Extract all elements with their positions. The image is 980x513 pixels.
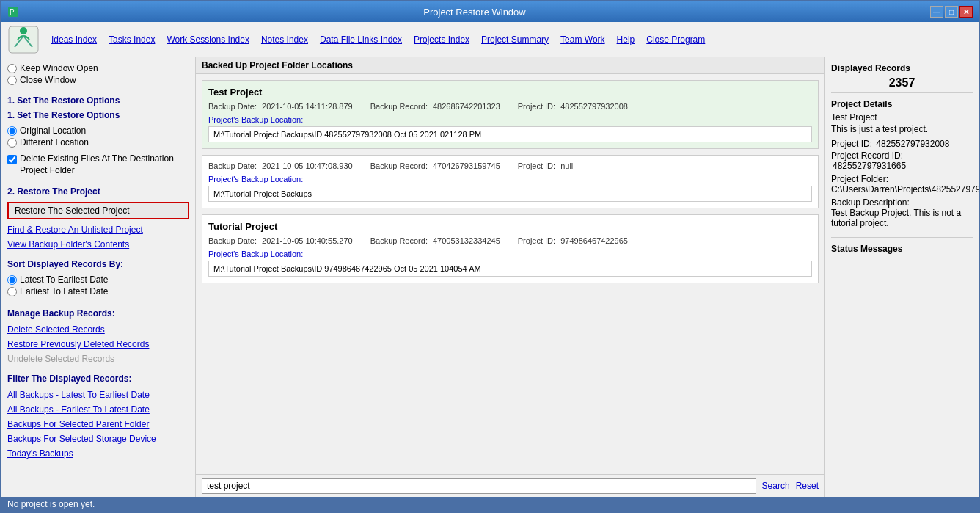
menu-ideas-index[interactable]: Ideas Index: [51, 34, 97, 45]
backup-location-label-1: Project's Backup Location:: [208, 115, 812, 124]
menu-work-sessions-index[interactable]: Work Sessions Index: [167, 34, 249, 45]
reset-button[interactable]: Reset: [796, 481, 819, 491]
backup-location-value-2: M:\Tutorial Project Backups: [208, 186, 812, 202]
left-panel: Keep Window Open Close Window 1. Set The…: [1, 57, 196, 497]
different-location-label: Different Location: [20, 137, 89, 148]
backup-record-label-1: Backup Record: 482686742201323: [370, 102, 500, 111]
sort-options: Latest To Earliest Date Earliest To Late…: [7, 274, 189, 296]
window-title: Project Restore Window: [19, 7, 930, 18]
filter-records-header: Filter The Displayed Records:: [7, 374, 189, 384]
backup-record-2-info: Backup Date: 2021-10-05 10:47:08.930 Bac…: [208, 161, 812, 170]
displayed-records-value: 2357: [831, 76, 973, 90]
close-window-label: Close Window: [20, 75, 76, 85]
center-panel: Backed Up Project Folder Locations Test …: [196, 57, 824, 497]
all-earliest-button[interactable]: All Backups - Earliest To Latest Date: [7, 404, 189, 415]
earliest-to-latest-radio[interactable]: [7, 287, 17, 296]
menu-notes-index[interactable]: Notes Index: [261, 34, 308, 45]
minimize-button[interactable]: —: [930, 6, 943, 18]
backup-desc-label: Backup Description: Test Backup Project.…: [831, 197, 973, 228]
backup-record-1[interactable]: Test Project Backup Date: 2021-10-05 14:…: [202, 80, 819, 149]
svg-point-3: [20, 27, 27, 34]
displayed-records-header: Displayed Records: [831, 63, 973, 73]
backup-record-3-title: Tutorial Project: [208, 221, 812, 232]
restore-project-header: 2. Restore The Project: [7, 186, 189, 197]
record-id-label: Project Record ID: 482552797931665: [831, 150, 973, 171]
maximize-button[interactable]: □: [945, 6, 958, 18]
different-location-radio[interactable]: [7, 138, 17, 148]
project-id-label-3: Project ID: 974986467422965: [518, 236, 628, 245]
original-location-option[interactable]: Original Location: [7, 125, 189, 136]
backup-record-label-2: Backup Record: 470426793159745: [370, 161, 500, 170]
manage-backup-header: Manage Backup Records:: [7, 308, 189, 319]
find-restore-button[interactable]: Find & Restore An Unlisted Project: [7, 224, 189, 236]
center-panel-header: Backed Up Project Folder Locations: [196, 57, 824, 74]
menu-data-file-links-index[interactable]: Data File Links Index: [320, 34, 402, 45]
backup-record-2[interactable]: Backup Date: 2021-10-05 10:47:08.930 Bac…: [202, 155, 819, 208]
backup-location-label-3: Project's Backup Location:: [208, 250, 812, 258]
restore-options-header: 1. Set The Restore Options: [7, 95, 189, 106]
original-location-label: Original Location: [20, 125, 86, 136]
status-message: No project is open yet.: [7, 499, 95, 509]
records-area[interactable]: Test Project Backup Date: 2021-10-05 14:…: [196, 74, 824, 474]
close-button[interactable]: ✕: [959, 6, 973, 18]
title-bar: P Project Restore Window — □ ✕: [1, 1, 979, 22]
delete-existing-option[interactable]: Delete Existing Files At The Destination…: [7, 153, 189, 176]
search-input[interactable]: [202, 478, 756, 494]
menu-project-summary[interactable]: Project Summary: [481, 34, 549, 45]
divider-2: [831, 237, 973, 238]
project-id-label: Project ID: 482552797932008: [831, 139, 973, 149]
status-messages-header: Status Messages: [831, 244, 973, 254]
keep-window-open-option[interactable]: Keep Window Open: [7, 63, 189, 73]
status-bar: No project is open yet.: [1, 497, 979, 512]
project-id-label-1: Project ID: 482552797932008: [518, 102, 628, 111]
different-location-option[interactable]: Different Location: [7, 137, 189, 148]
restore-selected-button[interactable]: Restore The Selected Project: [7, 202, 189, 219]
backup-date-label-1: Backup Date: 2021-10-05 14:11:28.879: [208, 102, 353, 111]
latest-to-earliest-option[interactable]: Latest To Earliest Date: [7, 274, 189, 285]
latest-to-earliest-label: Latest To Earliest Date: [20, 274, 109, 285]
folder-label: Project Folder: C:\Users\Darren\Projects…: [831, 174, 973, 194]
undelete-selected-button: Undelete Selected Records: [7, 353, 189, 365]
backup-record-1-info: Backup Date: 2021-10-05 14:11:28.879 Bac…: [208, 102, 812, 111]
close-window-radio[interactable]: [7, 76, 17, 85]
backup-location-value-3: M:\Tutorial Project Backups\ID 974986467…: [208, 261, 812, 277]
menu-close-program[interactable]: Close Program: [646, 34, 705, 45]
project-details-header: Project Details: [831, 99, 973, 109]
menu-bar: Ideas Index Tasks Index Work Sessions In…: [1, 22, 979, 57]
sort-records-header: Sort Displayed Records By:: [7, 259, 189, 269]
keep-open-radio[interactable]: [7, 64, 17, 73]
selected-parent-button[interactable]: Backups For Selected Parent Folder: [7, 418, 189, 430]
view-backup-button[interactable]: View Backup Folder's Contents: [7, 239, 189, 250]
window-controls: — □ ✕: [930, 6, 973, 18]
delete-existing-checkbox[interactable]: [7, 155, 17, 164]
latest-to-earliest-radio[interactable]: [7, 275, 17, 285]
project-id-label-2: Project ID: null: [518, 161, 574, 170]
earliest-to-latest-option[interactable]: Earliest To Latest Date: [7, 286, 189, 296]
divider-1: [831, 92, 973, 93]
delete-selected-records-button[interactable]: Delete Selected Records: [7, 324, 189, 335]
app-logo: [7, 25, 40, 54]
todays-backups-button[interactable]: Today's Backups: [7, 448, 189, 459]
earliest-to-latest-label: Earliest To Latest Date: [20, 286, 109, 296]
app-icon: P: [7, 6, 19, 18]
close-window-option[interactable]: Close Window: [7, 75, 189, 85]
backup-location-value-1: M:\Tutorial Project Backups\ID 482552797…: [208, 126, 812, 142]
delete-existing-label: Delete Existing Files At The Destination…: [20, 153, 189, 176]
keep-open-label: Keep Window Open: [20, 63, 98, 73]
svg-text:P: P: [10, 8, 15, 16]
backup-record-3[interactable]: Tutorial Project Backup Date: 2021-10-05…: [202, 214, 819, 283]
project-details-description: This is just a test project.: [831, 124, 973, 134]
backup-date-label-3: Backup Date: 2021-10-05 10:40:55.270: [208, 236, 353, 245]
original-location-radio[interactable]: [7, 126, 17, 136]
menu-tasks-index[interactable]: Tasks Index: [109, 34, 155, 45]
restore-previously-deleted-button[interactable]: Restore Previously Deleted Records: [7, 338, 189, 350]
window-options: Keep Window Open Close Window: [7, 63, 189, 85]
restore-options-title: 1. Set The Restore Options: [7, 110, 189, 120]
selected-storage-button[interactable]: Backups For Selected Storage Device: [7, 433, 189, 445]
menu-help[interactable]: Help: [617, 34, 635, 45]
all-latest-button[interactable]: All Backups - Latest To Earliest Date: [7, 389, 189, 401]
menu-team-work[interactable]: Team Work: [560, 34, 604, 45]
menu-projects-index[interactable]: Projects Index: [414, 34, 469, 45]
backup-record-3-info: Backup Date: 2021-10-05 10:40:55.270 Bac…: [208, 236, 812, 245]
search-button[interactable]: Search: [762, 481, 790, 491]
